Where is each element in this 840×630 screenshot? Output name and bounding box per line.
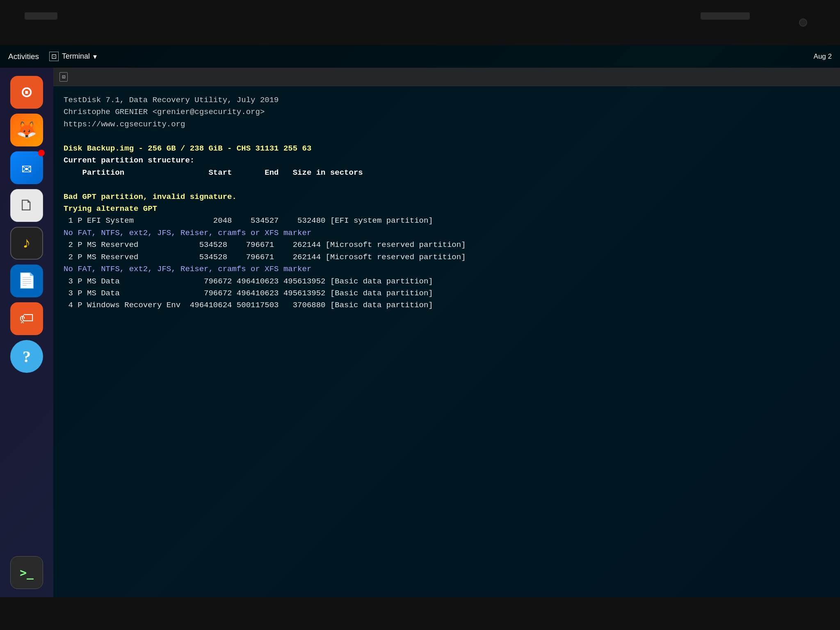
dock-thunderbird-icon[interactable]: ✉ bbox=[10, 151, 43, 184]
warning-line2: Trying alternate GPT bbox=[64, 203, 830, 215]
no-marker-line-2: No FAT, NTFS, ext2, JFS, Reiser, cramfs … bbox=[64, 263, 830, 275]
disk-info-line: Disk Backup.img - 256 GB / 238 GiB - CHS… bbox=[64, 143, 830, 155]
dock-files-icon[interactable]: 🗋 bbox=[10, 189, 43, 222]
screen: Activities ⊡ Terminal ▾ Aug 2 ⊙ 🦊 ✉ 🗋 ♪ bbox=[0, 45, 840, 597]
terminal-content[interactable]: TestDisk 7.1, Data Recovery Utility, Jul… bbox=[53, 86, 840, 597]
terminal-dropdown-icon: ▾ bbox=[93, 52, 97, 61]
dock-terminal-icon[interactable]: >_ bbox=[10, 556, 43, 589]
dock-ubuntu-icon[interactable]: ⊙ bbox=[10, 76, 43, 109]
warning-line1: Bad GPT partition, invalid signature. bbox=[64, 191, 830, 203]
terminal-dock-logo: >_ bbox=[20, 566, 34, 580]
ubuntu-logo: ⊙ bbox=[21, 82, 32, 103]
dock-writer-icon[interactable]: 📄 bbox=[10, 265, 43, 297]
dock-help-icon[interactable]: ? bbox=[10, 340, 43, 373]
activities-button[interactable]: Activities bbox=[8, 52, 39, 61]
no-marker-line-1: No FAT, NTFS, ext2, JFS, Reiser, cramfs … bbox=[64, 227, 830, 239]
terminal-titlebar: ⊡ bbox=[53, 68, 840, 86]
dock-firefox-icon[interactable]: 🦊 bbox=[10, 114, 43, 146]
hw-button-right bbox=[701, 12, 750, 20]
testdisk-header-line3: https://www.cgsecurity.org bbox=[64, 119, 830, 130]
files-logo: 🗋 bbox=[19, 196, 34, 215]
gnome-topbar: Activities ⊡ Terminal ▾ Aug 2 bbox=[0, 45, 840, 68]
testdisk-header-line2: Christophe GRENIER <grenier@cgsecurity.o… bbox=[64, 106, 830, 118]
webcam bbox=[799, 18, 807, 27]
thunderbird-logo: ✉ bbox=[22, 158, 32, 178]
dock-rhythmbox-icon[interactable]: ♪ bbox=[10, 227, 43, 260]
partition-row-2a: 2 P MS Reserved 534528 796671 262144 [Mi… bbox=[64, 239, 830, 251]
terminal-window: ⊡ TestDisk 7.1, Data Recovery Utility, J… bbox=[53, 68, 840, 597]
column-headers: Partition Start End Size in sectors bbox=[64, 167, 830, 179]
topbar-date: Aug 2 bbox=[814, 52, 832, 60]
partition-row-3b: 3 P MS Data 796672 496410623 495613952 [… bbox=[64, 288, 830, 299]
topbar-right-info: Aug 2 bbox=[814, 52, 832, 61]
structure-label: Current partition structure: bbox=[64, 155, 830, 167]
dock-software-icon[interactable]: 🏷 bbox=[10, 302, 43, 335]
rhythmbox-logo: ♪ bbox=[22, 235, 32, 252]
application-dock: ⊙ 🦊 ✉ 🗋 ♪ 📄 🏷 ? >_ bbox=[0, 68, 53, 597]
laptop-top-bezel bbox=[0, 0, 840, 45]
help-logo: ? bbox=[23, 347, 31, 366]
blank-line-1 bbox=[64, 130, 830, 142]
software-logo: 🏷 bbox=[19, 310, 34, 328]
terminal-title-icon: ⊡ bbox=[59, 72, 68, 82]
hw-button-left bbox=[25, 12, 57, 20]
partition-row-2b: 2 P MS Reserved 534528 796671 262144 [Mi… bbox=[64, 251, 830, 263]
terminal-menu-icon: ⊡ bbox=[49, 52, 59, 61]
testdisk-header-line1: TestDisk 7.1, Data Recovery Utility, Jul… bbox=[64, 94, 830, 106]
partition-row-4: 4 P Windows Recovery Env 496410624 50011… bbox=[64, 299, 830, 311]
thunderbird-badge bbox=[38, 150, 45, 156]
blank-line-2 bbox=[64, 179, 830, 191]
terminal-menu[interactable]: ⊡ Terminal ▾ bbox=[49, 52, 97, 61]
writer-logo: 📄 bbox=[18, 272, 36, 290]
terminal-menu-label: Terminal bbox=[62, 52, 90, 61]
laptop-bottom-bezel bbox=[0, 597, 840, 630]
partition-row-3a: 3 P MS Data 796672 496410623 495613952 [… bbox=[64, 276, 830, 288]
firefox-logo: 🦊 bbox=[16, 120, 37, 140]
partition-row-0: 1 P EFI System 2048 534527 532480 [EFI s… bbox=[64, 215, 830, 227]
